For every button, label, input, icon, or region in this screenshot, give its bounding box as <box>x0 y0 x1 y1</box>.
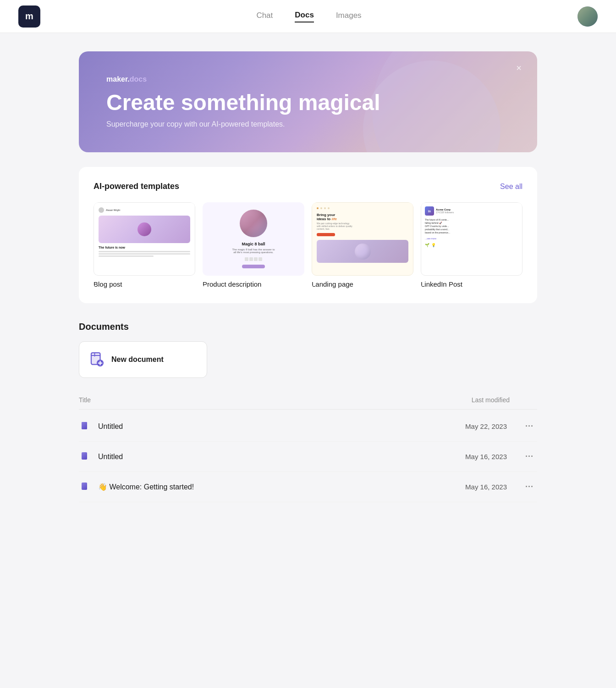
nav-chat[interactable]: Chat <box>256 11 273 22</box>
new-doc-icon <box>88 351 105 368</box>
banner-subtitle: Supercharge your copy with our AI-powere… <box>106 120 510 128</box>
banner-brand: maker.docs <box>106 75 510 83</box>
table-row[interactable]: Untitled May 22, 2023 ··· <box>79 411 537 442</box>
logo[interactable]: m <box>18 6 40 28</box>
doc-file-icon <box>79 450 92 463</box>
doc-right: May 16, 2023 ··· <box>452 480 537 494</box>
template-product-description[interactable]: Magic 8 ball The magic 8 ball has the an… <box>203 202 304 289</box>
new-document-button[interactable]: New document <box>79 341 207 378</box>
template-product-label: Product description <box>203 280 261 288</box>
doc-right: May 22, 2023 ··· <box>452 420 537 433</box>
doc-name: Untitled <box>98 453 123 461</box>
svg-rect-3 <box>82 422 87 429</box>
templates-header: AI-powered templates See all <box>94 182 522 191</box>
doc-file-icon <box>79 420 92 433</box>
doc-name: Untitled <box>98 422 123 431</box>
col-title-header: Title <box>79 396 91 404</box>
nav-images[interactable]: Images <box>336 11 362 22</box>
templates-title: AI-powered templates <box>94 182 179 191</box>
new-doc-label: New document <box>111 355 164 364</box>
table-header: Title Last modified <box>79 393 537 410</box>
doc-menu-button[interactable]: ··· <box>522 420 537 433</box>
doc-left: 👋 Welcome: Getting started! <box>79 481 194 494</box>
template-landing-preview: Bring yourideas to life We pair cutting-… <box>312 202 413 276</box>
documents-title: Documents <box>79 322 537 332</box>
brand-maker: maker. <box>106 75 130 83</box>
template-landing-page[interactable]: Bring yourideas to life We pair cutting-… <box>312 202 413 289</box>
template-linkedin-preview: in Acme Corp 174,528 followers The futur… <box>421 202 522 276</box>
template-linkedin-post[interactable]: in Acme Corp 174,528 followers The futur… <box>421 202 522 289</box>
svg-rect-4 <box>82 452 87 460</box>
doc-menu-button[interactable]: ··· <box>522 450 537 463</box>
see-all-link[interactable]: See all <box>500 183 522 191</box>
main-content: × maker.docs Create something magical Su… <box>70 33 546 521</box>
doc-file-icon <box>79 481 92 494</box>
nav-docs[interactable]: Docs <box>295 11 314 22</box>
documents-section: Documents New document Title Last modifi… <box>79 322 537 502</box>
template-product-preview: Magic 8 ball The magic 8 ball has the an… <box>203 202 304 276</box>
documents-table: Title Last modified <box>79 393 537 502</box>
template-linkedin-label: LinkedIn Post <box>421 280 462 288</box>
banner-title: Create something magical <box>106 91 510 115</box>
doc-menu-button[interactable]: ··· <box>522 480 537 494</box>
doc-left: Untitled <box>79 420 123 433</box>
template-blog-post-label: Blog post <box>94 280 122 288</box>
templates-section: AI-powered templates See all Alasair Wri… <box>79 167 537 303</box>
doc-date: May 16, 2023 <box>452 453 507 461</box>
template-blog-post-preview: Alasair Wright The future is now <box>94 202 195 276</box>
doc-left: Untitled <box>79 450 123 463</box>
main-nav: Chat Docs Images <box>256 11 361 22</box>
hero-banner: × maker.docs Create something magical Su… <box>79 51 537 152</box>
templates-grid: Alasair Wright The future is now Blog po… <box>94 202 522 289</box>
doc-name: 👋 Welcome: Getting started! <box>98 483 194 491</box>
template-landing-label: Landing page <box>312 280 353 288</box>
doc-date: May 16, 2023 <box>452 483 507 491</box>
logo-letter: m <box>25 11 33 22</box>
banner-close-button[interactable]: × <box>512 61 526 75</box>
template-blog-post[interactable]: Alasair Wright The future is now Blog po… <box>94 202 195 289</box>
brand-docs: docs <box>130 75 147 83</box>
doc-right: May 16, 2023 ··· <box>452 450 537 463</box>
doc-date: May 22, 2023 <box>452 422 507 430</box>
col-modified-header: Last modified <box>472 396 510 404</box>
user-avatar[interactable] <box>578 6 598 27</box>
table-row[interactable]: Untitled May 16, 2023 ··· <box>79 442 537 472</box>
table-row[interactable]: 👋 Welcome: Getting started! May 16, 2023… <box>79 472 537 502</box>
svg-rect-5 <box>82 483 87 490</box>
header: m Chat Docs Images <box>0 0 616 33</box>
